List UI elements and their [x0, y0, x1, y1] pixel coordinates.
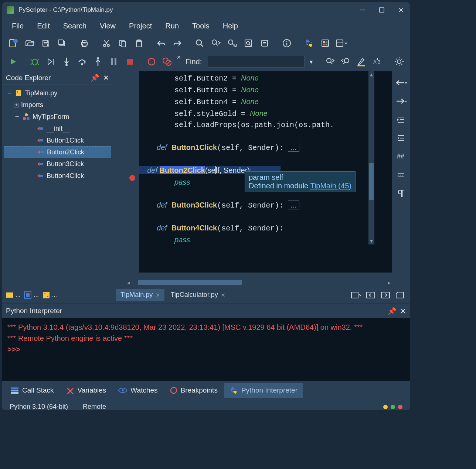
tree-method[interactable]: __init__ — [4, 123, 111, 134]
interpreter-output[interactable]: *** Python 3.10.4 (tags/v3.10.4:9d38120,… — [2, 318, 410, 381]
menu-project[interactable]: Project — [122, 20, 159, 32]
step-into-icon[interactable] — [60, 55, 73, 68]
tooltip-link[interactable]: TipMain (45) — [310, 182, 351, 190]
uncomment-icon[interactable] — [394, 168, 408, 182]
menu-view[interactable]: View — [93, 20, 122, 32]
svg-text:A: A — [373, 59, 377, 65]
editor-tab[interactable]: TipCalculator.py ✕ — [166, 289, 229, 301]
find-prev-icon[interactable] — [339, 55, 352, 68]
undo-icon[interactable] — [154, 37, 168, 50]
bottom-tab-variables[interactable]: Variables — [61, 383, 112, 397]
nav-forward-icon[interactable]: ▾ — [394, 95, 408, 108]
find-next-icon[interactable] — [323, 55, 336, 68]
save-icon[interactable] — [39, 37, 52, 50]
svg-point-48 — [81, 63, 83, 65]
breakpoint-icon[interactable] — [129, 175, 135, 181]
close-find-icon[interactable]: ✕ — [177, 51, 181, 64]
new-file-icon[interactable] — [7, 37, 20, 50]
window-title: PyScripter - C:\Python\TipMain.py — [18, 6, 358, 14]
tab-prev-icon[interactable] — [364, 288, 377, 302]
paragraph-icon[interactable] — [394, 187, 408, 200]
svg-point-80 — [44, 293, 45, 294]
comment-icon[interactable]: ## — [394, 150, 408, 163]
close-panel-icon[interactable]: ✕ — [103, 73, 109, 82]
ce-tab-structure[interactable]: ... — [42, 291, 57, 299]
status-indicator-icon — [383, 405, 388, 409]
copy-icon[interactable] — [116, 37, 129, 50]
run-to-cursor-icon[interactable] — [44, 55, 57, 68]
pause-icon[interactable] — [108, 55, 120, 68]
tree-method[interactable]: Button1Click — [4, 134, 111, 146]
open-icon[interactable] — [23, 37, 36, 50]
menu-search[interactable]: Search — [57, 20, 93, 32]
bottom-tab-breakpoints[interactable]: Breakpoints — [164, 383, 223, 397]
code-explorer-title: Code Explorer — [6, 74, 91, 82]
step-over-icon[interactable] — [76, 55, 89, 68]
ce-tab-project[interactable]: ... — [23, 291, 38, 299]
code-editor[interactable]: + − + − self.Button2 = None self.Button3… — [139, 71, 392, 273]
menu-file[interactable]: File — [5, 20, 30, 32]
redo-icon[interactable] — [171, 37, 184, 50]
close-button[interactable] — [397, 6, 405, 14]
minimize-button[interactable] — [358, 6, 367, 14]
tree-method[interactable]: Button4Click — [4, 170, 111, 182]
breakpoints-clear-icon[interactable] — [161, 55, 174, 68]
tab-next-icon[interactable] — [379, 288, 392, 302]
find-dropdown-icon[interactable]: ▾ — [307, 56, 314, 68]
python-logo-icon[interactable] — [302, 37, 316, 50]
tab-list-icon[interactable] — [349, 288, 363, 302]
info-icon[interactable] — [280, 37, 293, 50]
tab-label: Watches — [130, 386, 157, 394]
highlight-icon[interactable] — [355, 55, 368, 68]
tab-close-icon[interactable]: ✕ — [156, 292, 160, 298]
goto-icon[interactable] — [258, 37, 271, 50]
menu-tools[interactable]: Tools — [186, 20, 216, 32]
svg-text:B: B — [377, 59, 381, 65]
cut-icon[interactable] — [100, 37, 113, 50]
svg-rect-53 — [127, 59, 133, 65]
indent-icon[interactable] — [394, 113, 408, 126]
outdent-icon[interactable] — [394, 131, 408, 145]
app-logo-icon — [7, 6, 14, 14]
bottom-tab-callstack[interactable]: Call Stack — [5, 383, 59, 397]
breakpoint-toggle-icon[interactable] — [145, 55, 158, 68]
menu-help[interactable]: Help — [216, 20, 245, 32]
ce-tab-files[interactable]: ... — [5, 291, 20, 299]
svg-line-42 — [37, 59, 39, 61]
maximize-button[interactable] — [377, 6, 386, 14]
search-icon[interactable] — [193, 37, 206, 50]
tree-class[interactable]: − MyTipsForm — [4, 111, 111, 123]
debug-icon[interactable] — [28, 55, 41, 68]
find-options-icon[interactable] — [392, 55, 405, 68]
bottom-tab-interpreter[interactable]: Python Interpreter — [224, 383, 303, 398]
horizontal-scrollbar[interactable]: ◂ ▸ — [127, 279, 392, 286]
menu-run[interactable]: Run — [159, 20, 186, 32]
pin-icon[interactable]: 📌 — [388, 307, 397, 315]
svg-rect-94 — [381, 292, 390, 298]
save-all-icon[interactable] — [55, 37, 69, 50]
find-in-files-icon[interactable] — [242, 37, 255, 50]
run-icon[interactable] — [7, 55, 20, 68]
find-input[interactable] — [208, 56, 305, 68]
tree-root[interactable]: − TipMain.py — [4, 87, 111, 99]
print-icon[interactable] — [78, 37, 91, 50]
close-panel-icon[interactable]: ✕ — [400, 307, 406, 315]
replace-icon[interactable]: AB — [225, 37, 239, 50]
tab-close-icon[interactable]: ✕ — [221, 292, 225, 298]
vertical-scrollbar[interactable]: ▴ ▾ — [368, 71, 374, 244]
step-out-icon[interactable] — [92, 55, 105, 68]
layout-dropdown-icon[interactable] — [335, 37, 348, 50]
replace-next-icon[interactable]: AB — [371, 55, 384, 68]
search-next-icon[interactable] — [209, 37, 222, 50]
tree-imports[interactable]: + Imports — [4, 99, 111, 111]
paste-icon[interactable] — [132, 37, 146, 50]
menu-edit[interactable]: Edit — [30, 20, 56, 32]
pin-icon[interactable]: 📌 — [91, 73, 99, 82]
tree-method[interactable]: Button3Click — [4, 158, 111, 170]
nav-back-icon[interactable]: ▾ — [394, 76, 408, 89]
palette-icon[interactable] — [319, 37, 332, 50]
stop-icon[interactable] — [123, 55, 136, 68]
bottom-tab-watches[interactable]: Watches — [113, 383, 163, 397]
find-label: Find: — [186, 58, 202, 66]
tree-method-selected[interactable]: Button2Click — [4, 146, 111, 158]
